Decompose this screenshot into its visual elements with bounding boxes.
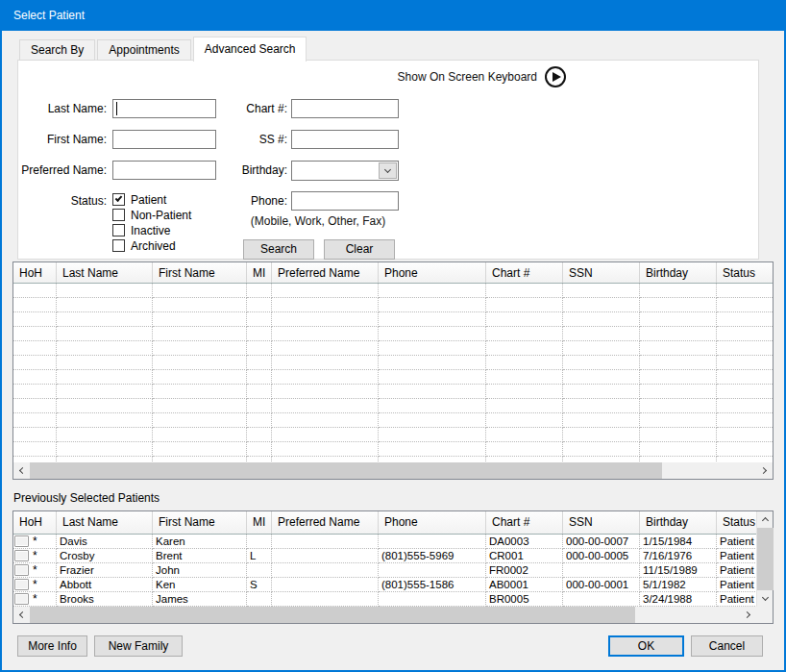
ss-number-input[interactable]: [291, 130, 399, 149]
checkbox-archived[interactable]: [112, 239, 125, 252]
empty-cell: [640, 327, 717, 341]
birthday-dropdown[interactable]: [291, 161, 399, 181]
row-selector-button[interactable]: [14, 564, 29, 576]
status-checkbox-patient[interactable]: Patient: [112, 193, 191, 206]
empty-cell: [13, 312, 57, 327]
chart-field-wrap: [291, 99, 399, 118]
patient-row[interactable]: *FrazierJohnFR000211/15/1989Patient: [13, 563, 756, 578]
cancel-button[interactable]: Cancel: [691, 635, 763, 657]
birthday-dropdown-button[interactable]: [379, 162, 397, 179]
empty-cell: [247, 298, 272, 312]
cell-hoh: *: [13, 578, 57, 592]
column-header-last-name[interactable]: Last Name: [57, 511, 153, 534]
patient-row[interactable]: *DavisKarenDA0003000-00-00071/15/1984Pat…: [13, 535, 756, 549]
clear-button[interactable]: Clear: [324, 239, 395, 260]
chevron-down-icon: [384, 166, 391, 173]
scroll-up-button[interactable]: [757, 511, 774, 528]
row-selector-button[interactable]: [14, 535, 29, 547]
empty-cell: [486, 341, 563, 356]
empty-cell: [272, 341, 379, 356]
patient-row[interactable]: *CrosbyBrentL(801)555-5969CR001000-00-00…: [13, 549, 756, 563]
column-header-phone[interactable]: Phone: [379, 511, 486, 534]
column-header-hoh[interactable]: HoH: [13, 262, 57, 283]
chart-number-input[interactable]: [291, 99, 399, 118]
checkbox-non-patient[interactable]: [112, 209, 125, 221]
empty-cell: [486, 312, 563, 327]
cell-preferred-name: [272, 578, 379, 592]
previous-vertical-scrollbar[interactable]: [756, 511, 773, 607]
column-header-ssn[interactable]: SSN: [563, 511, 640, 534]
column-header-ssn[interactable]: SSN: [563, 262, 640, 283]
column-header-mi[interactable]: MI: [247, 262, 272, 283]
new-family-button[interactable]: New Family: [94, 635, 183, 657]
column-header-status[interactable]: Status: [717, 262, 773, 283]
column-header-birthday[interactable]: Birthday: [640, 262, 717, 283]
empty-cell: [717, 428, 773, 442]
checkbox-inactive[interactable]: [112, 224, 125, 236]
column-header-chart[interactable]: Chart #: [486, 262, 563, 283]
scroll-right-button[interactable]: [756, 462, 773, 479]
results-header-row: HoHLast NameFirst NameMIPreferred NamePh…: [13, 262, 773, 284]
ok-button[interactable]: OK: [608, 635, 684, 657]
tab-advanced-search[interactable]: Advanced Search: [193, 37, 307, 62]
empty-cell: [13, 356, 57, 370]
empty-cell: [272, 284, 379, 298]
chevron-up-icon: [762, 517, 769, 524]
empty-cell: [717, 370, 773, 385]
checkbox-patient[interactable]: [112, 193, 125, 206]
row-selector-button[interactable]: [14, 550, 29, 561]
column-header-preferred-name[interactable]: Preferred Name: [272, 511, 379, 534]
column-header-preferred-name[interactable]: Preferred Name: [272, 262, 379, 283]
status-checkbox-archived[interactable]: Archived: [112, 239, 191, 252]
birthday-label: Birthday:: [191, 161, 287, 180]
patient-row[interactable]: *BrooksJamesBR00053/24/1988Patient: [13, 592, 756, 607]
row-selector-button[interactable]: [14, 579, 29, 590]
empty-cell: [379, 298, 486, 312]
empty-cell: [57, 370, 153, 385]
empty-cell: [640, 385, 717, 399]
empty-cell: [717, 385, 773, 399]
more-info-button[interactable]: More Info: [17, 635, 87, 657]
results-horizontal-scrollbar[interactable]: [13, 462, 773, 479]
column-header-birthday[interactable]: Birthday: [640, 511, 717, 534]
scroll-left-button[interactable]: [13, 462, 30, 479]
scroll-right-button[interactable]: [740, 607, 756, 623]
empty-cell: [57, 413, 153, 428]
empty-cell: [272, 413, 379, 428]
column-header-last-name[interactable]: Last Name: [57, 262, 153, 283]
search-results-table: HoHLast NameFirst NameMIPreferred NamePh…: [12, 261, 774, 480]
scrollbar-thumb[interactable]: [30, 607, 635, 623]
search-button[interactable]: Search: [243, 239, 314, 260]
cell-status: Patient: [717, 592, 756, 607]
scrollbar-thumb[interactable]: [757, 528, 774, 590]
previous-horizontal-scrollbar[interactable]: [13, 607, 756, 623]
column-header-first-name[interactable]: First Name: [153, 511, 247, 534]
cell-ssn: 000-00-0001: [563, 578, 640, 592]
row-selector-button[interactable]: [14, 593, 29, 605]
show-keyboard-button[interactable]: [545, 66, 566, 87]
phone-input[interactable]: [291, 191, 399, 211]
column-header-first-name[interactable]: First Name: [153, 262, 247, 283]
tab-appointments[interactable]: Appointments: [97, 39, 190, 61]
text-cursor: [116, 102, 117, 115]
cell-phone: [379, 535, 486, 549]
empty-cell: [57, 385, 153, 399]
title-bar[interactable]: Select Patient: [0, 0, 786, 31]
empty-cell: [640, 442, 717, 457]
scroll-left-button[interactable]: [13, 607, 30, 623]
scroll-down-button[interactable]: [757, 590, 774, 607]
cell-first-name: Brent: [153, 549, 247, 563]
patient-row[interactable]: *AbbottKenS(801)555-1586AB0001000-00-000…: [13, 578, 756, 592]
results-table-body: [13, 284, 773, 461]
column-header-status[interactable]: Status: [717, 511, 756, 534]
column-header-chart[interactable]: Chart #: [486, 511, 563, 534]
window-title: Select Patient: [13, 9, 85, 22]
tab-search-by[interactable]: Search By: [19, 39, 95, 61]
empty-cell: [153, 385, 247, 399]
column-header-mi[interactable]: MI: [247, 511, 272, 534]
scrollbar-thumb[interactable]: [30, 462, 662, 479]
hoh-indicator: *: [33, 549, 37, 563]
column-header-phone[interactable]: Phone: [379, 262, 486, 283]
cell-mi: [247, 592, 272, 607]
column-header-hoh[interactable]: HoH: [13, 511, 57, 534]
